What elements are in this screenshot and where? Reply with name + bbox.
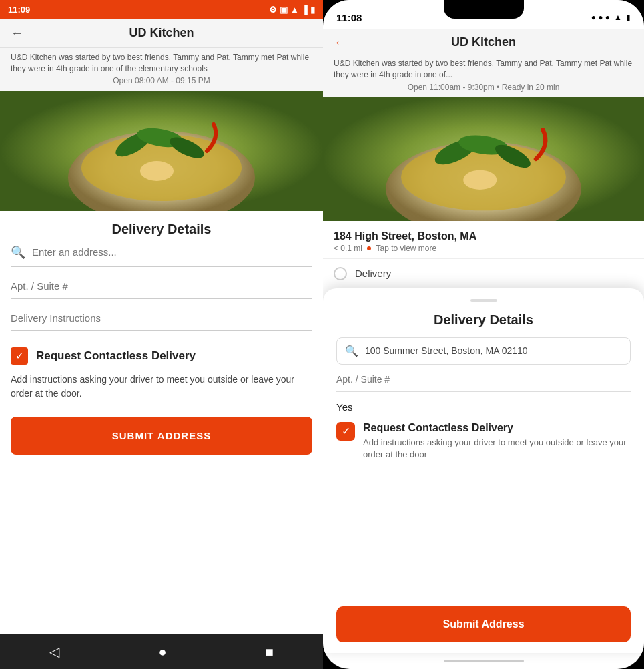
settings-icon: ⚙ [269, 5, 277, 15]
iphone-search-icon: 🔍 [345, 345, 358, 357]
battery-icon: ▮ [310, 5, 315, 15]
iphone-wifi-icon: ● ● ● [591, 13, 610, 22]
signal-icon: ▐ [302, 5, 308, 15]
delivery-radio-row: Delivery [323, 259, 644, 288]
app-header: ← UD Kitchen [0, 19, 323, 48]
android-nav-bar: ◁ ● ■ [0, 634, 323, 669]
food-svg [0, 91, 323, 211]
address-search-row[interactable]: 🔍 [11, 245, 312, 267]
svg-point-13 [463, 170, 497, 189]
search-icon: 🔍 [11, 245, 25, 260]
svg-point-6 [140, 161, 174, 181]
right-phone: 11:08 ● ● ● ▲ ▮ ← UD Kitchen U&D Kitchen… [323, 0, 644, 669]
wifi-icon: ▲ [290, 5, 299, 15]
delivery-radio-label: Delivery [355, 268, 391, 279]
iphone-app-header: ← UD Kitchen [323, 29, 644, 55]
iphone-signal-icon: ▲ [614, 13, 622, 22]
iphone-restaurant-description: U&D Kitchen was started by two best frie… [334, 58, 633, 81]
iphone-food-image [323, 97, 644, 221]
iphone-contactless-row: ✓ Request Contactless Delivery Add instr… [336, 422, 631, 461]
contactless-description: Add instructions asking your driver to m… [11, 373, 312, 401]
iphone-home-indicator [323, 653, 644, 669]
location-address: 184 High Street, Boston, MA [334, 230, 633, 242]
iphone-contactless-label: Request Contactless Delivery [363, 422, 631, 434]
android-home-button[interactable]: ● [158, 644, 166, 660]
apt-input[interactable] [11, 280, 312, 299]
food-image [0, 91, 323, 211]
sheet-handle [470, 299, 497, 302]
android-back-button[interactable]: ◁ [49, 644, 59, 660]
bottom-sheet: Delivery Details 🔍 100 Summer Street, Bo… [323, 288, 644, 653]
location-sub[interactable]: < 0.1 mi Tap to view more [334, 244, 633, 253]
iphone-page-title: UD Kitchen [355, 35, 612, 49]
iphone-address-value: 100 Summer Street, Boston, MA 02110 [365, 345, 528, 356]
iphone-address-search-row[interactable]: 🔍 100 Summer Street, Boston, MA 02110 [336, 337, 631, 365]
iphone-food-svg [323, 97, 644, 221]
iphone-frame: 11:08 ● ● ● ▲ ▮ ← UD Kitchen U&D Kitchen… [323, 0, 644, 669]
iphone-battery-icon: ▮ [626, 13, 631, 22]
instructions-yes-text: Yes [336, 401, 631, 413]
iphone-restaurant-hours: Open 11:00am - 9:30pm • Ready in 20 min [334, 83, 633, 92]
contactless-label: Request Contactless Delivery [36, 349, 196, 363]
iphone-apt-input[interactable] [336, 374, 631, 392]
iphone-content: ← UD Kitchen U&D Kitchen was started by … [323, 29, 644, 669]
iphone-status-icons: ● ● ● ▲ ▮ [591, 13, 631, 22]
back-button[interactable]: ← [11, 25, 24, 41]
restaurant-description: U&D Kitchen was started by two best frie… [11, 52, 312, 75]
restaurant-info: U&D Kitchen was started by two best frie… [0, 48, 323, 91]
iphone-time: 11:08 [336, 12, 362, 23]
delivery-instructions-input[interactable] [11, 312, 312, 331]
iphone-restaurant-info: U&D Kitchen was started by two best frie… [323, 55, 644, 97]
address-input[interactable] [32, 246, 312, 258]
location-dot [367, 246, 371, 250]
submit-address-button[interactable]: SUBMIT ADDRESS [11, 417, 312, 455]
android-status-bar: 11:09 ⚙ ▣ ▲ ▐ ▮ [0, 0, 323, 19]
location-bar: 184 High Street, Boston, MA < 0.1 mi Tap… [323, 221, 644, 259]
restaurant-hours: Open 08:00 AM - 09:15 PM [11, 76, 312, 85]
bullet-separator: • [497, 83, 502, 92]
delivery-radio-button[interactable] [334, 267, 347, 280]
iphone-notch [444, 0, 524, 19]
contactless-row: ✓ Request Contactless Delivery [11, 347, 312, 365]
status-icons: ⚙ ▣ ▲ ▐ ▮ [269, 5, 315, 15]
iphone-submit-address-button[interactable]: Submit Address [336, 606, 631, 642]
status-time: 11:09 [8, 5, 30, 15]
page-title: UD Kitchen [32, 26, 291, 40]
sheet-title: Delivery Details [336, 312, 631, 328]
left-phone: 11:09 ⚙ ▣ ▲ ▐ ▮ ← UD Kitchen U&D Kitchen… [0, 0, 323, 669]
iphone-contactless-description: Add instructions asking your driver to m… [363, 437, 631, 461]
delivery-details-title: Delivery Details [11, 211, 312, 245]
left-content: ← UD Kitchen U&D Kitchen was started by … [0, 19, 323, 634]
iphone-contactless-checkbox[interactable]: ✓ [336, 422, 355, 441]
sim-icon: ▣ [280, 5, 288, 15]
iphone-back-button[interactable]: ← [334, 35, 347, 50]
contactless-checkbox[interactable]: ✓ [11, 347, 28, 365]
iphone-contactless-text: Request Contactless Delivery Add instruc… [363, 422, 631, 461]
home-indicator-bar [444, 660, 524, 662]
delivery-details-section: Delivery Details 🔍 ✓ Request Contactless… [0, 211, 323, 634]
android-recents-button[interactable]: ■ [266, 644, 274, 660]
